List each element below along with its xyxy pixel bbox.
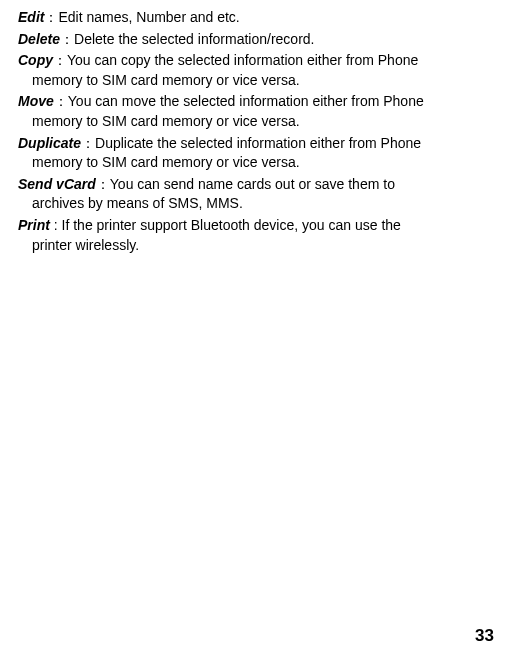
description-continuation: memory to SIM card memory or vice versa. [18,112,496,132]
description-continuation: memory to SIM card memory or vice versa. [18,153,496,173]
description: If the printer support Bluetooth device,… [62,217,401,233]
entry-edit: Edit：Edit names, Number and etc. [18,8,496,28]
separator: ： [60,31,74,47]
entry-duplicate: Duplicate：Duplicate the selected informa… [18,134,496,173]
term: Print [18,217,50,233]
entry-delete: Delete：Delete the selected information/r… [18,30,496,50]
page-number: 33 [475,624,494,648]
entry-move: Move：You can move the selected informati… [18,92,496,131]
separator: ： [96,176,110,192]
description: You can send name cards out or save them… [110,176,395,192]
definition-list: Edit：Edit names, Number and etc. Delete：… [18,8,496,255]
term: Delete [18,31,60,47]
description: Delete the selected information/record. [74,31,314,47]
separator: ： [53,52,67,68]
term: Duplicate [18,135,81,151]
description: You can copy the selected information ei… [67,52,418,68]
description: You can move the selected information ei… [68,93,424,109]
separator: ： [81,135,95,151]
term: Move [18,93,54,109]
separator: ： [44,9,58,25]
term: Copy [18,52,53,68]
description-continuation: printer wirelessly. [18,236,496,256]
description-continuation: archives by means of SMS, MMS. [18,194,496,214]
description-continuation: memory to SIM card memory or vice versa. [18,71,496,91]
entry-copy: Copy：You can copy the selected informati… [18,51,496,90]
entry-send-vcard: Send vCard：You can send name cards out o… [18,175,496,214]
description: Duplicate the selected information eithe… [95,135,421,151]
separator: ： [54,93,68,109]
term: Send vCard [18,176,96,192]
entry-print: Print : If the printer support Bluetooth… [18,216,496,255]
term: Edit [18,9,44,25]
separator: : [50,217,62,233]
description: Edit names, Number and etc. [58,9,239,25]
